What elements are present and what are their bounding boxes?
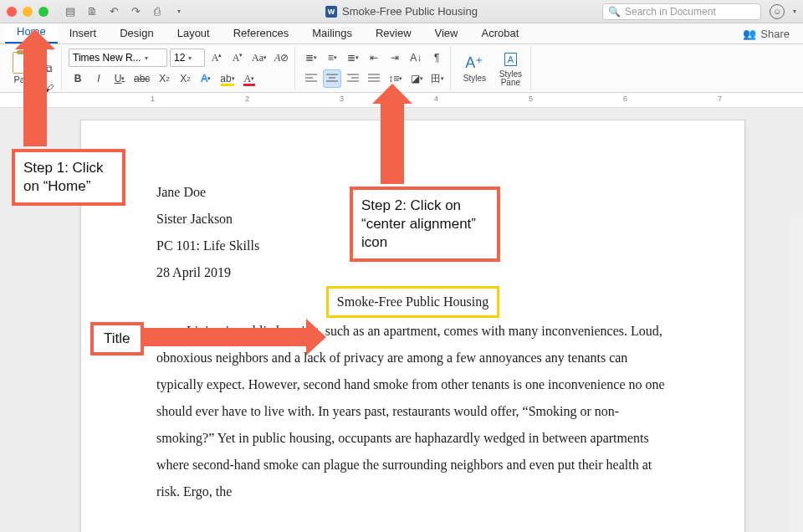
sort-button[interactable]: A↓ (407, 49, 425, 67)
change-case-button[interactable]: Aa▾ (249, 49, 269, 67)
share-button[interactable]: 👥 Share (734, 24, 798, 43)
bold-button[interactable]: B (69, 69, 87, 88)
feedback-icon[interactable]: ☺ (770, 4, 785, 19)
annotation-step1: Step 1: Click on “Home” (12, 149, 125, 206)
redo-icon[interactable]: ↷ (129, 5, 142, 18)
maximize-window-button[interactable] (38, 7, 49, 17)
doc-title-highlight: Smoke-Free Public Housing (326, 286, 499, 318)
new-icon[interactable]: 🗎 (85, 5, 99, 18)
tab-insert[interactable]: Insert (58, 23, 109, 43)
strikethrough-button[interactable]: abc (131, 69, 152, 88)
styles-pane-button[interactable]: A Styles Pane (494, 47, 527, 90)
tab-layout[interactable]: Layout (166, 23, 222, 43)
search-placeholder: Search in Document (625, 6, 716, 18)
align-center-button[interactable] (323, 69, 341, 88)
feedback-dropdown-icon[interactable]: ▾ (793, 8, 796, 15)
annotation-arrow-step2 (381, 100, 404, 184)
close-window-button[interactable] (7, 7, 17, 17)
vertical-scrollbar[interactable] (790, 216, 803, 532)
styles-button[interactable]: A⁺ Styles (458, 47, 491, 90)
ribbon-tabs: Home Insert Design Layout References Mai… (0, 23, 803, 44)
search-icon: 🔍 (608, 6, 621, 18)
document-title: W Smoke-Free Public Housing (325, 5, 478, 18)
show-marks-button[interactable]: ¶ (427, 49, 446, 67)
font-color-button[interactable]: A▾ (240, 69, 258, 88)
doc-title-line: Smoke-Free Public Housing (156, 286, 669, 318)
clear-formatting-button[interactable]: A⊘ (272, 49, 291, 67)
share-label: Share (760, 28, 790, 40)
titlebar: ▤ 🗎 ↶ ↷ ⎙ ▾ W Smoke-Free Public Housing … (0, 0, 803, 23)
grow-font-button[interactable]: A▴ (207, 49, 226, 67)
decrease-indent-button[interactable]: ⇤ (365, 49, 383, 67)
multilevel-list-button[interactable]: ≣▾ (344, 49, 362, 67)
font-size-select[interactable]: 12▾ (170, 49, 205, 67)
underline-button[interactable]: U▾ (110, 69, 129, 88)
superscript-button[interactable]: X2 (176, 69, 194, 88)
italic-button[interactable]: I (90, 69, 108, 88)
share-icon: 👥 (743, 28, 756, 40)
tab-review[interactable]: Review (364, 23, 423, 43)
tab-references[interactable]: References (222, 23, 300, 43)
increase-indent-button[interactable]: ⇥ (386, 49, 404, 67)
shrink-font-button[interactable]: A▾ (228, 49, 247, 67)
annotation-step2: Step 2: Click on “center alignment” icon (350, 187, 500, 262)
align-right-button[interactable] (344, 69, 362, 88)
borders-button[interactable]: 田▾ (428, 69, 447, 88)
qat-dropdown-icon[interactable]: ▾ (172, 5, 186, 18)
doc-date: 28 April 2019 (156, 259, 669, 286)
quick-access-toolbar: ▤ 🗎 ↶ ↷ ⎙ ▾ (64, 5, 186, 18)
annotation-title-label: Title (90, 322, 144, 356)
highlight-button[interactable]: ab▾ (217, 69, 237, 88)
text-effects-button[interactable]: A▾ (197, 69, 215, 88)
tab-mailings[interactable]: Mailings (300, 23, 364, 43)
tab-acrobat[interactable]: Acrobat (469, 23, 530, 43)
word-app-icon: W (325, 6, 337, 18)
subscript-button[interactable]: X2 (155, 69, 173, 88)
numbering-button[interactable]: ≡▾ (323, 49, 341, 67)
minimize-window-button[interactable] (23, 7, 33, 17)
document-page[interactable]: Jane Doe Sister Jackson PC 101: Life Ski… (80, 120, 745, 532)
window-controls (7, 7, 49, 17)
tab-design[interactable]: Design (108, 23, 165, 43)
font-family-select[interactable]: Times New R...▾ (69, 49, 167, 67)
search-input[interactable]: 🔍 Search in Document (602, 3, 761, 20)
undo-icon[interactable]: ↶ (107, 5, 120, 18)
tab-view[interactable]: View (423, 23, 470, 43)
save-icon[interactable]: ▤ (64, 5, 77, 18)
annotation-arrow-step1 (23, 46, 47, 146)
bullets-button[interactable]: ≣▾ (302, 49, 320, 67)
styles-pane-icon: A (501, 50, 519, 69)
print-icon[interactable]: ⎙ (151, 5, 164, 18)
document-title-text: Smoke-Free Public Housing (342, 5, 478, 18)
styles-icon: A⁺ (465, 54, 483, 72)
annotation-arrow-title (142, 328, 309, 346)
align-left-button[interactable] (302, 69, 320, 88)
